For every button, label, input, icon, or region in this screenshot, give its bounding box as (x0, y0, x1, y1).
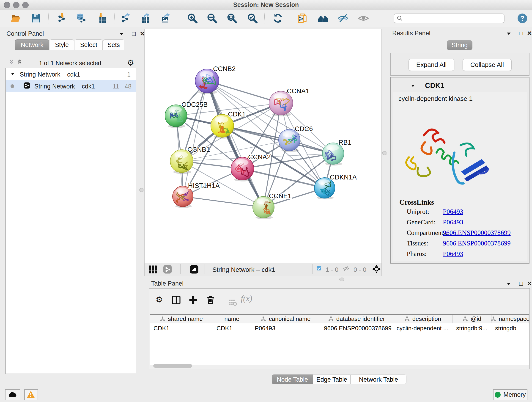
save-session-icon[interactable] (30, 12, 42, 25)
network-node-CDKN1A[interactable]: CDKN1A (314, 173, 357, 199)
protein-ribbon-strand (437, 149, 458, 165)
table-cell[interactable]: CDK1 (213, 323, 251, 333)
network-overview-icon[interactable] (163, 265, 173, 275)
import-database-icon[interactable] (75, 12, 88, 25)
shared-column-icon (260, 316, 266, 322)
table-cell[interactable]: CDK1 (150, 323, 213, 333)
table-cell[interactable]: stringdb:9... (452, 323, 491, 333)
toolbar-separator (264, 13, 265, 24)
table-panel: ⚙ f(x) shared nameCDK1nameCDK1canonical … (149, 288, 530, 369)
crosslink-link[interactable]: 9606.ENSP00000378699 (443, 229, 511, 236)
network-node-RB1[interactable]: RB1 (322, 139, 351, 166)
column-header-id[interactable]: @id (452, 315, 491, 323)
network-canvas[interactable]: CCNB2CCNA1CDC25BCDK1CDC6RB1CCNB1CCNA2CDK… (144, 29, 382, 263)
search-field[interactable] (394, 13, 505, 23)
zoom-out-icon[interactable] (206, 12, 219, 25)
fit-selected-icon[interactable] (372, 264, 382, 274)
column-header-canonicalname[interactable]: canonical name (251, 315, 320, 323)
network-edge-HIST1H1A-CCNE1[interactable] (183, 196, 264, 207)
network-node-CDK1[interactable]: CDK1 (211, 110, 246, 139)
network-node-CCNA1[interactable]: CCNA1 (269, 87, 309, 116)
collapse-all-button[interactable]: Collapse All (462, 59, 512, 71)
copy-share-icon[interactable] (297, 12, 309, 25)
crosslink-link[interactable]: P06493 (443, 218, 463, 226)
table-cell[interactable]: P06493 (251, 323, 320, 333)
float-panel-icon[interactable]: □ (132, 30, 136, 37)
search-input[interactable] (403, 15, 496, 22)
export-network-icon[interactable] (120, 12, 133, 25)
column-header-databaseidentifier[interactable]: database identifier (320, 315, 393, 323)
panel-menu-icon[interactable] (118, 31, 125, 38)
crosslink-link[interactable]: P06493 (443, 208, 463, 216)
tab-style[interactable]: Style (50, 39, 74, 50)
tab-network[interactable]: Network (15, 39, 49, 50)
tab-string[interactable]: String (447, 40, 472, 50)
table-options-gear-icon[interactable]: ⚙ (155, 295, 164, 304)
hidden-eye-icon[interactable] (343, 266, 351, 274)
tab-network-table[interactable]: Network Table (351, 375, 406, 384)
gene-name: CDK1 (425, 82, 444, 90)
column-header-name[interactable]: name (213, 315, 251, 323)
crosslink-link[interactable]: 9606.ENSP00000378699 (443, 240, 511, 247)
network-collection-row[interactable]: String Network – cdk1 1 (6, 68, 136, 80)
table-hscrollbar-thumb[interactable] (153, 364, 192, 368)
network-row[interactable]: String Network – cdk1 11 48 (6, 80, 136, 92)
zoom-in-icon[interactable] (186, 12, 199, 25)
import-network-icon[interactable] (56, 12, 69, 25)
network-node-HIST1H1A[interactable]: HIST1H1A (172, 182, 220, 208)
column-header-sharedname[interactable]: shared name (150, 315, 213, 323)
show-columns-icon[interactable] (171, 295, 181, 305)
show-grid-icon[interactable] (148, 265, 158, 274)
crosslink-row: Compartments:9606.ENSP00000378699 (407, 229, 521, 238)
tab-node-table[interactable]: Node Table (272, 375, 313, 384)
table-cell[interactable]: 9606.ENSP00000378699 (320, 323, 393, 333)
table-cell[interactable]: cyclin-dependent ... (393, 323, 452, 333)
memory-button[interactable]: Memory (493, 389, 527, 400)
tab-select[interactable]: Select (75, 39, 103, 50)
export-image-icon[interactable] (159, 12, 172, 25)
tab-edge-table[interactable]: Edge Table (313, 375, 351, 384)
gene-expander-icon[interactable] (411, 84, 417, 90)
left-splitter-handle[interactable] (139, 188, 144, 192)
add-column-icon[interactable] (188, 295, 198, 305)
zoom-selected-icon[interactable] (246, 12, 259, 25)
hide-selected-icon[interactable] (336, 12, 349, 25)
network-options-gear-icon[interactable]: ⚙ (126, 58, 135, 67)
close-panel-icon[interactable]: ✕ (140, 30, 145, 37)
table-menu-icon[interactable] (505, 281, 512, 287)
table-close-icon[interactable]: ✕ (527, 280, 532, 287)
crosslink-link[interactable]: P06493 (443, 250, 463, 258)
help-icon[interactable]: ? (516, 12, 529, 25)
selected-checkbox-icon[interactable] (317, 266, 324, 273)
zoom-fit-icon[interactable] (226, 12, 239, 25)
warnings-button[interactable] (24, 389, 38, 400)
column-header-namespace[interactable]: namespace (491, 315, 529, 323)
results-float-icon[interactable]: □ (519, 30, 523, 37)
right-splitter-handle[interactable] (382, 151, 387, 155)
expand-all-button[interactable]: Expand All (409, 59, 454, 71)
column-header-description[interactable]: description (393, 315, 452, 323)
export-table-icon[interactable] (139, 12, 152, 25)
network-selection-status: 1 of 1 Network selected (2, 60, 138, 67)
birds-eye-view-icon[interactable] (190, 265, 200, 275)
gene-details: cyclin-dependent kinase 1 CrossLinks Uni… (393, 92, 527, 261)
delete-column-icon[interactable] (206, 295, 215, 305)
collection-expander-icon[interactable] (11, 72, 17, 78)
hidden-node-edge-counts: 0 - 0 (354, 266, 366, 274)
delete-table-icon (227, 296, 237, 306)
network-edge-CCNB2-HIST1H1A[interactable] (183, 81, 207, 196)
table-cell[interactable]: stringdb (491, 323, 529, 333)
table-float-icon[interactable]: □ (519, 280, 523, 287)
network-node-CCNB2[interactable]: CCNB2 (195, 65, 235, 94)
home-layout-icon[interactable] (317, 12, 330, 25)
shared-column-icon (404, 316, 410, 322)
cloud-status-button[interactable] (5, 389, 20, 400)
refresh-icon[interactable] (272, 12, 284, 25)
results-menu-icon[interactable] (505, 30, 512, 37)
results-close-icon[interactable]: ✕ (527, 30, 532, 37)
open-session-icon[interactable] (9, 12, 22, 25)
tab-sets[interactable]: Sets (103, 39, 124, 50)
results-gene-section: CDK1 cyclin-dependent kinase 1 CrossLink… (390, 77, 530, 264)
import-table-icon[interactable] (96, 12, 109, 25)
show-all-icon[interactable] (357, 12, 370, 25)
